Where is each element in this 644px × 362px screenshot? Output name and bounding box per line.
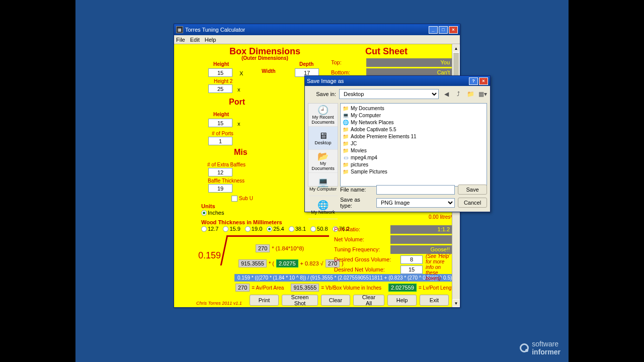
desired-net-input[interactable] <box>400 265 423 274</box>
screenshot-button[interactable]: Screen Shot <box>282 295 318 306</box>
place-documents[interactable]: 📂My Documents <box>308 150 338 173</box>
nports-input[interactable] <box>208 137 232 145</box>
folder-icon: 📁 <box>343 133 349 139</box>
folder-icon: 📁 <box>343 126 349 132</box>
list-item[interactable]: 📁Movies <box>343 147 485 154</box>
help-button[interactable]: Help <box>387 295 417 306</box>
scroll-up-icon[interactable]: ▲ <box>452 44 460 52</box>
views-icon[interactable]: ▦▾ <box>478 89 487 99</box>
wood-opt-50-8[interactable]: 50.8 <box>310 226 328 232</box>
list-item[interactable]: 📁Sample Pictures <box>343 168 485 175</box>
folder-icon: 📁 <box>343 161 349 167</box>
baffle-thickness-input[interactable] <box>208 184 232 193</box>
height2-label: Height 2 <box>214 78 232 84</box>
file-list[interactable]: 📁My Documents 💻My Computer 🌐My Network P… <box>340 103 487 187</box>
help-icon[interactable]: ? <box>469 77 478 85</box>
exp-text: * (1.84*10^8) <box>272 245 304 251</box>
depth-label: Depth <box>299 61 313 67</box>
savein-label: Save in: <box>308 91 336 97</box>
menu-help[interactable]: Help <box>205 37 216 43</box>
val-v1: 915.3555 <box>238 259 267 267</box>
folder-icon: 📁 <box>343 147 349 153</box>
res1: 270 <box>235 284 250 292</box>
val-270a: 270 <box>256 244 270 252</box>
box-dimensions-sub: (Outer Dimensions) <box>242 55 288 61</box>
back-icon[interactable]: ◀ <box>442 89 451 99</box>
list-item[interactable]: 📁My Documents <box>343 105 485 112</box>
app-title: Torres Tuning Calculator <box>185 27 245 33</box>
res3: 2.027559 <box>388 284 417 292</box>
exit-button[interactable]: Exit <box>420 295 449 306</box>
computer-icon: 💻 <box>343 112 349 118</box>
clear-button[interactable]: Clear <box>321 295 350 306</box>
menu-file[interactable]: File <box>176 37 185 43</box>
val-v2: 2.0275 <box>276 259 298 267</box>
watermark: softwareinformer <box>520 340 560 356</box>
folder-icon: 📁 <box>343 168 349 174</box>
wood-opt-12-7[interactable]: 12.7 <box>201 226 218 232</box>
wood-opt-25-4[interactable]: 25.4 <box>267 226 284 232</box>
units-inches-radio[interactable]: Inches <box>201 210 224 216</box>
filename-label: File name: <box>340 187 373 193</box>
filetype-select[interactable]: PNG Image <box>376 198 455 208</box>
help-hint: (See 'Help' for more info on these boxes… <box>426 253 453 281</box>
save-close-button[interactable]: × <box>479 77 488 85</box>
list-item[interactable]: 💻My Computer <box>343 112 485 119</box>
save-titlebar[interactable]: Save Image as ? × <box>305 76 490 86</box>
newfolder-icon[interactable]: 📁 <box>466 89 475 99</box>
scroll-down-icon[interactable]: ▼ <box>452 299 460 307</box>
filename-input[interactable] <box>376 185 455 195</box>
app-icon: ▦ <box>176 26 183 33</box>
app-titlebar[interactable]: ▦ Torres Tuning Calculator _ □ × <box>174 24 460 35</box>
up-icon[interactable]: ⤴ <box>454 89 463 99</box>
sub-checkbox[interactable] <box>231 196 237 202</box>
savein-select[interactable]: Desktop <box>339 89 439 99</box>
port-height-input[interactable] <box>208 119 232 127</box>
width-label: Width <box>262 68 276 74</box>
radical-bar <box>238 235 329 237</box>
desired-gross-input[interactable] <box>400 255 423 264</box>
wood-opt-38-1[interactable]: 38.1 <box>289 226 306 232</box>
height-label: Height <box>213 61 229 67</box>
menu-edit[interactable]: Edit <box>190 37 200 43</box>
print-button[interactable]: Print <box>250 295 279 306</box>
list-item[interactable]: 📁Adobe Captivate 5.5 <box>343 126 485 133</box>
save-button[interactable]: Save <box>458 185 487 195</box>
wood-opt-15-9[interactable]: 15.9 <box>223 226 240 232</box>
list-item[interactable]: ▭mpeg4.mp4 <box>343 154 485 161</box>
coeff-label: 0.159 <box>198 250 221 261</box>
list-item[interactable]: 📁pictures <box>343 161 485 168</box>
minimize-button[interactable]: _ <box>429 26 438 34</box>
button-row: Print Screen Shot Clear Clear All Help E… <box>250 295 449 306</box>
height2-input[interactable] <box>208 84 232 93</box>
place-desktop[interactable]: 🖥Desktop <box>308 127 338 150</box>
place-network[interactable]: 🌐My Network <box>308 196 338 219</box>
list-item[interactable]: 📁Adobe Premiere Elements 11 <box>343 133 485 140</box>
maximize-button[interactable]: □ <box>439 26 448 34</box>
menubar: File Edit Help <box>174 35 460 44</box>
list-item[interactable]: 📁JC <box>343 140 485 147</box>
extra-baffles-input[interactable] <box>208 168 232 176</box>
wood-thickness-group: 12.7 15.9 19.0 25.4 38.1 50.8 76.2 <box>201 226 350 232</box>
clearall-button[interactable]: Clear All <box>353 295 384 306</box>
list-item[interactable]: 🌐My Network Places <box>343 119 485 126</box>
cancel-button[interactable]: Cancel <box>458 198 487 208</box>
wood-opt-19-0[interactable]: 19.0 <box>245 226 262 232</box>
places-bar: 🕘My Recent Documents 🖥Desktop 📂My Docume… <box>308 103 338 187</box>
close-button[interactable]: × <box>449 26 458 34</box>
filetype-label: Save as type: <box>340 197 373 209</box>
height-input[interactable] <box>208 68 232 77</box>
folder-icon: 📁 <box>343 105 349 111</box>
units-label: Units <box>201 203 215 209</box>
extra-baffles-label: # of Extra Baffles <box>207 162 246 167</box>
network-icon: 🌐 <box>343 119 349 125</box>
place-recent[interactable]: 🕘My Recent Documents <box>308 104 338 127</box>
port-height-label: Height <box>213 112 229 117</box>
place-computer[interactable]: 💻My Computer <box>308 173 338 196</box>
wood-thickness-label: Wood Thickness in Millimeters <box>201 219 282 225</box>
save-title: Save Image as <box>307 78 344 84</box>
credit-text: Chris Torres 2011 v1.1 <box>196 301 242 306</box>
cut-val-0: You <box>366 58 452 67</box>
full-formula: 0.159 * (((270 * (1.84 * 10 ^ 8)) / (915… <box>234 274 455 282</box>
file-icon: ▭ <box>343 154 349 160</box>
